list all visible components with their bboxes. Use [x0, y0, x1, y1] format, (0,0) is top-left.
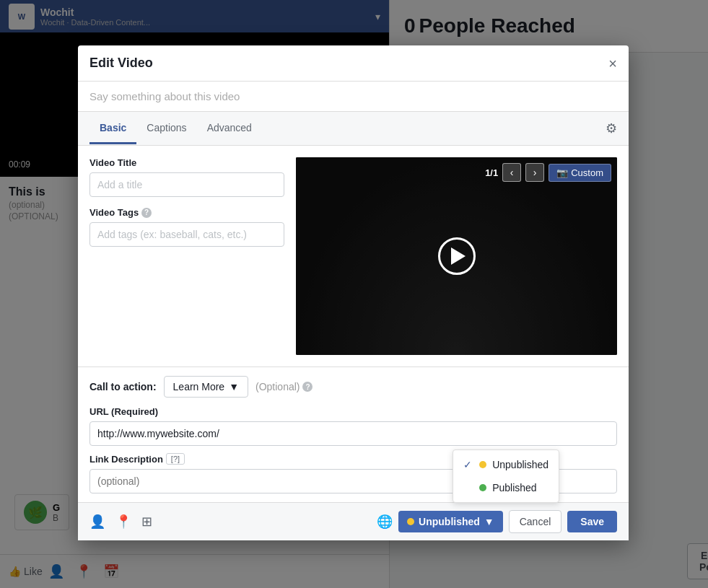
- unpublished-dropdown-button[interactable]: Unpublished ▼: [398, 511, 503, 532]
- cancel-button[interactable]: Cancel: [509, 510, 562, 533]
- tab-basic[interactable]: Basic: [89, 113, 136, 144]
- cta-optional: (Optional) ?: [255, 381, 313, 392]
- save-button[interactable]: Save: [567, 511, 617, 532]
- form-column: Video Title Video Tags ?: [89, 157, 284, 355]
- video-tags-input[interactable]: [89, 222, 284, 247]
- play-triangle-icon: [451, 247, 466, 265]
- dropdown-unpublished-label: Unpublished: [492, 459, 549, 470]
- edit-video-modal: Edit Video × Say something about this vi…: [78, 45, 629, 540]
- url-label: URL (Required): [89, 406, 617, 417]
- tab-captions[interactable]: Captions: [136, 113, 196, 144]
- modal-close-button[interactable]: ×: [608, 56, 617, 71]
- modal-title: Edit Video: [89, 56, 153, 71]
- video-title-label: Video Title: [89, 157, 284, 168]
- video-prev-button[interactable]: ‹: [502, 163, 521, 182]
- video-column: 1/1 ‹ › 📷 Custom: [296, 157, 617, 355]
- status-dot-published: [479, 484, 486, 491]
- video-tags-help-icon: ?: [141, 208, 152, 218]
- unpublished-arrow: ▼: [484, 516, 494, 527]
- cta-dropdown-arrow: ▼: [229, 381, 239, 392]
- video-counter: 1/1: [485, 167, 498, 178]
- cta-row: Call to action: Learn More ▼ (Optional) …: [78, 367, 629, 406]
- globe-icon[interactable]: 🌐: [377, 514, 393, 530]
- video-next-button[interactable]: ›: [525, 163, 544, 182]
- url-input[interactable]: [89, 421, 617, 446]
- modal-body: Video Title Video Tags ? 1/1: [78, 146, 629, 367]
- settings-gear-icon[interactable]: ⚙: [606, 112, 617, 145]
- cta-selected-value: Learn More: [173, 381, 225, 392]
- status-dropdown-menu: ✓ Unpublished ✓ Published: [453, 449, 559, 503]
- cta-label: Call to action:: [89, 381, 157, 392]
- video-top-bar: 1/1 ‹ › 📷 Custom: [485, 163, 611, 182]
- video-title-group: Video Title: [89, 157, 284, 197]
- video-tags-group: Video Tags ?: [89, 207, 284, 247]
- status-dot-unpublished: [479, 461, 486, 468]
- post-text-input-area: Say something about this video: [78, 82, 629, 112]
- footer-left-icons: 👤 📍 ⊞: [89, 514, 152, 530]
- video-play-button[interactable]: [438, 237, 476, 275]
- video-tags-label: Video Tags ?: [89, 207, 284, 218]
- dropdown-item-published[interactable]: ✓ Published: [453, 476, 559, 499]
- modal-tabs: Basic Captions Advanced ⚙: [78, 112, 629, 146]
- cta-help-icon: ?: [302, 382, 313, 392]
- link-description-badge: [?]: [166, 453, 185, 465]
- video-preview: 1/1 ‹ › 📷 Custom: [296, 157, 617, 355]
- modal-header: Edit Video ×: [78, 45, 629, 82]
- footer-right: 🌐 Unpublished ▼ ✓ Unpublished ✓ Publishe…: [377, 510, 617, 533]
- unpublished-label: Unpublished: [419, 516, 480, 527]
- footer-location-icon[interactable]: 📍: [115, 514, 131, 530]
- status-dot-yellow: [407, 518, 414, 525]
- video-custom-button[interactable]: 📷 Custom: [549, 164, 611, 182]
- dropdown-item-unpublished[interactable]: ✓ Unpublished: [453, 453, 559, 476]
- post-text-placeholder[interactable]: Say something about this video: [89, 90, 240, 102]
- camera-icon: 📷: [556, 167, 568, 178]
- footer-grid-icon[interactable]: ⊞: [141, 514, 152, 530]
- tab-advanced[interactable]: Advanced: [197, 113, 262, 144]
- checkmark-icon: ✓: [463, 459, 473, 470]
- footer-person-icon[interactable]: 👤: [89, 514, 105, 530]
- dropdown-published-label: Published: [492, 482, 537, 493]
- video-title-input[interactable]: [89, 172, 284, 197]
- modal-footer: 👤 📍 ⊞ 🌐 Unpublished ▼ ✓ Unpublished ✓: [78, 502, 629, 540]
- cta-dropdown[interactable]: Learn More ▼: [164, 376, 248, 398]
